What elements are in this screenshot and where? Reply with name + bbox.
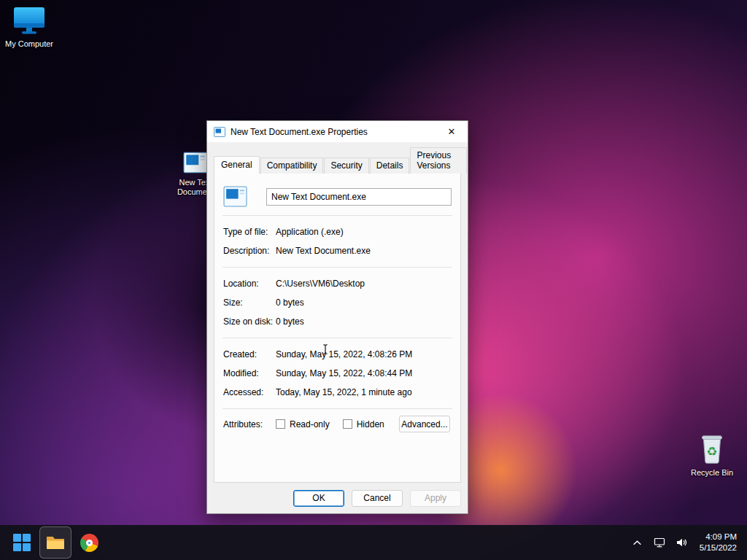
volume-icon	[676, 537, 687, 548]
filename-row	[223, 184, 452, 209]
network-icon	[654, 537, 665, 548]
readonly-checkbox[interactable]	[276, 419, 285, 429]
attributes-row: Attributes: Read-only Hidden Advanced...	[222, 416, 453, 432]
recycle-bin-icon: ♻	[698, 432, 726, 465]
close-icon: ✕	[448, 126, 456, 137]
svg-text:♻: ♻	[707, 445, 718, 459]
clock-date: 5/15/2022	[700, 542, 737, 553]
field-value: Sunday, May 15, 2022, 4:08:44 PM	[276, 368, 452, 378]
field-value: New Text Document.exe	[276, 246, 452, 256]
tab-compatibility[interactable]: Compatibility	[260, 158, 324, 174]
field-row-size-on-disk: Size on disk: 0 bytes	[222, 312, 453, 331]
field-label: Accessed:	[223, 387, 276, 397]
field-label: Type of file:	[223, 227, 276, 237]
field-row-type: Type of file: Application (.exe)	[222, 222, 453, 241]
field-value: Sunday, May 15, 2022, 4:08:26 PM	[276, 349, 452, 359]
apply-button[interactable]: Apply	[410, 490, 461, 507]
desktop-icon-my-computer[interactable]: My Computer	[1, 6, 57, 49]
dialog-titlebar[interactable]: New Text Document.exe Properties ✕	[207, 121, 468, 142]
field-label: Attributes:	[223, 419, 276, 429]
field-row-modified: Modified: Sunday, May 15, 2022, 4:08:44 …	[222, 364, 453, 383]
tab-general[interactable]: General	[214, 156, 260, 174]
chrome-icon	[80, 534, 98, 552]
separator	[222, 267, 452, 268]
tab-previous-versions[interactable]: Previous Versions	[410, 147, 467, 174]
field-label: Size on disk:	[223, 316, 276, 327]
hidden-checkbox[interactable]	[343, 419, 352, 429]
desktop-icon-label: Recycle Bin	[691, 468, 733, 478]
desktop-icon-label: My Computer	[5, 39, 53, 49]
tab-details[interactable]: Details	[370, 158, 410, 174]
ok-button[interactable]: OK	[293, 490, 344, 507]
text-cursor-ibeam	[322, 343, 329, 355]
advanced-button[interactable]: Advanced...	[399, 416, 450, 432]
tray-overflow-button[interactable]	[628, 528, 647, 557]
separator	[222, 338, 452, 338]
field-label: Modified:	[223, 368, 276, 378]
volume-button[interactable]	[672, 528, 691, 557]
taskbar-clock[interactable]: 4:09 PM 5/15/2022	[694, 528, 741, 557]
field-value: Today, May 15, 2022, 1 minute ago	[276, 387, 452, 397]
field-value: C:\Users\VM6\Desktop	[276, 279, 452, 289]
field-label: Description:	[223, 246, 276, 256]
field-row-location: Location: C:\Users\VM6\Desktop	[222, 274, 453, 293]
field-row-created: Created: Sunday, May 15, 2022, 4:08:26 P…	[222, 345, 453, 364]
file-explorer-button[interactable]	[39, 526, 71, 559]
separator	[222, 215, 452, 216]
hidden-checkbox-label: Hidden	[357, 419, 384, 429]
tab-strip: General Compatibility Security Details P…	[207, 142, 468, 174]
filename-input[interactable]	[266, 188, 452, 206]
folder-icon	[46, 534, 65, 551]
dialog-button-row: OK Cancel Apply	[207, 483, 468, 513]
field-row-accessed: Accessed: Today, May 15, 2022, 1 minute …	[222, 383, 453, 402]
exe-file-icon-small	[214, 126, 225, 138]
tab-security[interactable]: Security	[324, 158, 368, 174]
desktop-icon-recycle-bin[interactable]: ♻ Recycle Bin	[681, 432, 743, 478]
taskbar-app-icons	[6, 526, 105, 559]
field-row-description: Description: New Text Document.exe	[222, 241, 453, 260]
field-value: 0 bytes	[276, 298, 452, 308]
properties-dialog: New Text Document.exe Properties ✕ Gener…	[206, 120, 468, 514]
dialog-title: New Text Document.exe Properties	[231, 127, 436, 137]
clock-time: 4:09 PM	[705, 532, 737, 542]
exe-file-icon	[183, 150, 208, 175]
network-button[interactable]	[650, 528, 669, 557]
windows-logo-icon	[13, 534, 31, 551]
exe-file-icon-large	[223, 184, 247, 209]
my-computer-icon	[12, 6, 47, 36]
start-button[interactable]	[6, 526, 38, 559]
field-value: Application (.exe)	[276, 227, 452, 237]
separator	[222, 408, 452, 409]
general-tab-page: Type of file: Application (.exe) Descrip…	[214, 173, 461, 483]
field-label: Location:	[223, 279, 276, 289]
field-value: 0 bytes	[276, 316, 452, 327]
close-button[interactable]: ✕	[436, 121, 468, 142]
readonly-checkbox-label: Read-only	[290, 419, 330, 429]
taskbar: 4:09 PM 5/15/2022	[0, 525, 747, 560]
chrome-button[interactable]	[73, 526, 105, 559]
field-label: Created:	[223, 349, 276, 359]
system-tray: 4:09 PM 5/15/2022	[628, 528, 741, 557]
field-label: Size:	[223, 298, 276, 308]
field-row-size: Size: 0 bytes	[222, 293, 453, 312]
cancel-button[interactable]: Cancel	[352, 490, 403, 507]
chevron-up-icon	[632, 540, 642, 546]
